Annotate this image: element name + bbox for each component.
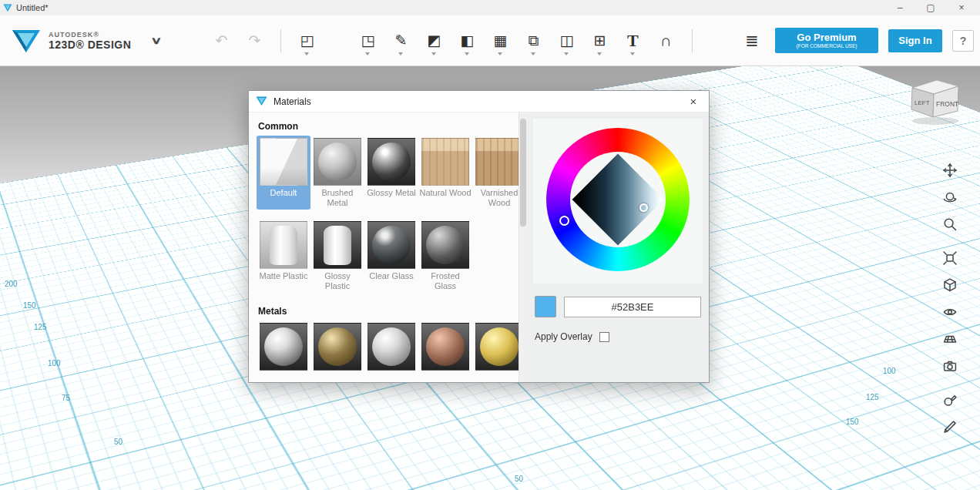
materials-scrollbar-track[interactable] bbox=[519, 112, 527, 382]
material-item-sphere-copper[interactable] bbox=[418, 321, 472, 382]
material-label bbox=[472, 373, 519, 382]
print-3d-icon[interactable]: ≣ bbox=[739, 32, 765, 50]
varnished-wood-thumbnail bbox=[475, 138, 519, 186]
apply-overlay-checkbox[interactable] bbox=[599, 332, 609, 342]
orbit-icon[interactable] bbox=[940, 187, 960, 207]
window-title-bar: Untitled* – ▢ × bbox=[0, 0, 980, 15]
glossy-metal-thumbnail bbox=[368, 138, 415, 186]
transform-icon[interactable]: ◰ bbox=[290, 24, 324, 58]
brushed-metal-thumbnail bbox=[314, 138, 361, 186]
dialog-close-icon[interactable]: × bbox=[685, 95, 702, 108]
materials-grid: DefaultBrushed MetalGlossy MetalNatural … bbox=[257, 136, 519, 302]
material-item-matte-plastic[interactable]: Matte Plastic bbox=[257, 219, 310, 293]
hex-color-input[interactable] bbox=[564, 297, 701, 317]
color-swatch[interactable] bbox=[535, 296, 556, 317]
material-item-frosted-glass[interactable]: Frosted Glass bbox=[418, 219, 472, 293]
dropdown-caret-icon bbox=[531, 52, 535, 55]
material-label: Matte Plastic bbox=[257, 271, 310, 293]
sketch-icon[interactable]: ✎ bbox=[384, 24, 418, 58]
go-premium-label: Go Premium bbox=[775, 32, 878, 43]
maximize-button[interactable]: ▢ bbox=[915, 0, 946, 15]
material-item-brushed-metal[interactable]: Brushed Metal bbox=[310, 136, 364, 210]
view-cube-left-face[interactable]: LEFT bbox=[915, 99, 930, 106]
pan-icon[interactable] bbox=[940, 160, 960, 180]
grid-icon[interactable] bbox=[940, 329, 960, 349]
sphere-gold-thumbnail bbox=[475, 323, 519, 371]
frosted-glass-thumbnail bbox=[421, 221, 469, 269]
view-cube-icon[interactable] bbox=[940, 275, 960, 295]
axis-label: 50 bbox=[114, 438, 123, 446]
window-title: Untitled* bbox=[16, 3, 49, 12]
materials-dialog-header[interactable]: Materials × bbox=[249, 91, 709, 112]
materials-section-title: Common bbox=[258, 121, 519, 132]
sphere-copper-thumbnail bbox=[421, 323, 469, 371]
close-button[interactable]: × bbox=[946, 0, 977, 15]
material-item-glossy-plastic[interactable]: Glossy Plastic bbox=[310, 219, 364, 293]
material-label bbox=[364, 373, 418, 382]
axis-label: 150 bbox=[846, 418, 859, 426]
material-label: Natural Wood bbox=[418, 188, 472, 210]
primitives-icon[interactable]: ◳ bbox=[351, 24, 384, 58]
dropdown-caret-icon bbox=[597, 52, 602, 55]
minimize-button[interactable]: – bbox=[884, 0, 915, 15]
materials-scrollbar-thumb[interactable] bbox=[520, 119, 526, 227]
text-icon[interactable]: T bbox=[616, 24, 649, 58]
brand-product: 123D® DESIGN bbox=[49, 39, 131, 51]
saturation-value-diamond[interactable] bbox=[572, 154, 664, 246]
material-item-sphere-silver[interactable] bbox=[364, 321, 418, 382]
help-button[interactable]: ? bbox=[952, 30, 974, 52]
go-premium-button[interactable]: Go Premium (FOR COMMERCIAL USE) bbox=[775, 28, 878, 53]
material-item-sphere-dark-gold[interactable] bbox=[310, 321, 364, 382]
material-label bbox=[310, 373, 364, 382]
axis-label: 200 bbox=[5, 280, 18, 288]
measure-icon-glyph: ⊞ bbox=[593, 32, 606, 49]
materials-section-title: Metals bbox=[258, 306, 519, 317]
material-item-default[interactable]: Default bbox=[257, 136, 310, 210]
hue-indicator[interactable] bbox=[559, 216, 569, 226]
transform-icon-glyph: ◰ bbox=[300, 32, 314, 49]
modify-icon[interactable]: ◧ bbox=[451, 24, 484, 58]
saturation-value-indicator[interactable] bbox=[639, 203, 648, 212]
undo-icon[interactable]: ↶ bbox=[205, 24, 238, 58]
measure-icon[interactable]: ⊞ bbox=[583, 24, 616, 58]
snap-icon[interactable]: ∩ bbox=[649, 24, 683, 58]
material-item-sphere-steel[interactable] bbox=[257, 321, 310, 382]
material-item-glossy-metal[interactable]: Glossy Metal bbox=[364, 136, 418, 210]
grouping-icon-glyph: ⧉ bbox=[529, 32, 539, 49]
sketch-edit-icon[interactable] bbox=[940, 417, 960, 437]
modify-icon-glyph: ◧ bbox=[460, 32, 474, 49]
dropdown-caret-icon bbox=[304, 52, 309, 55]
material-item-natural-wood[interactable]: Natural Wood bbox=[418, 136, 472, 210]
material-edit-icon[interactable] bbox=[940, 390, 960, 410]
redo-icon[interactable]: ↷ bbox=[238, 24, 271, 58]
glossy-plastic-thumbnail bbox=[314, 221, 361, 269]
brand-menu-chevron-icon[interactable]: ∨ bbox=[151, 35, 163, 46]
axis-label: 125 bbox=[34, 323, 47, 331]
dropdown-caret-icon bbox=[431, 52, 436, 55]
redo-icon-glyph: ↷ bbox=[248, 32, 260, 49]
sphere-steel-thumbnail bbox=[260, 323, 307, 371]
snap-icon-glyph: ∩ bbox=[660, 32, 672, 50]
construct-icon[interactable]: ◩ bbox=[418, 24, 451, 58]
visibility-icon[interactable] bbox=[940, 302, 960, 322]
material-label: Glossy Metal bbox=[364, 188, 418, 210]
material-item-sphere-gold[interactable] bbox=[472, 321, 519, 382]
material-item-varnished-wood[interactable]: Varnished Wood bbox=[472, 136, 519, 210]
material-label bbox=[257, 373, 310, 382]
axis-label: 50 bbox=[515, 475, 523, 483]
view-cube-front-face[interactable]: FRONT bbox=[936, 100, 958, 108]
view-cube[interactable]: LEFT FRONT bbox=[901, 72, 966, 131]
dropdown-caret-icon bbox=[365, 52, 370, 55]
zoom-icon[interactable] bbox=[940, 214, 960, 234]
grouping-icon[interactable]: ⧉ bbox=[517, 24, 550, 58]
matte-plastic-thumbnail bbox=[260, 221, 307, 269]
camera-icon[interactable] bbox=[940, 356, 960, 376]
material-item-clear-glass[interactable]: Clear Glass bbox=[364, 219, 418, 293]
hue-ring[interactable] bbox=[546, 128, 690, 271]
default-thumbnail bbox=[260, 138, 307, 186]
pattern-icon[interactable]: ▦ bbox=[484, 24, 517, 58]
main-toolbar: AUTODESK® 123D® DESIGN ∨ ↶↷◰◳✎◩◧▦⧉◫⊞T∩ ≣… bbox=[0, 15, 980, 66]
combine-icon[interactable]: ◫ bbox=[550, 24, 583, 58]
fit-icon[interactable] bbox=[940, 248, 960, 268]
sign-in-button[interactable]: Sign In bbox=[888, 29, 942, 52]
